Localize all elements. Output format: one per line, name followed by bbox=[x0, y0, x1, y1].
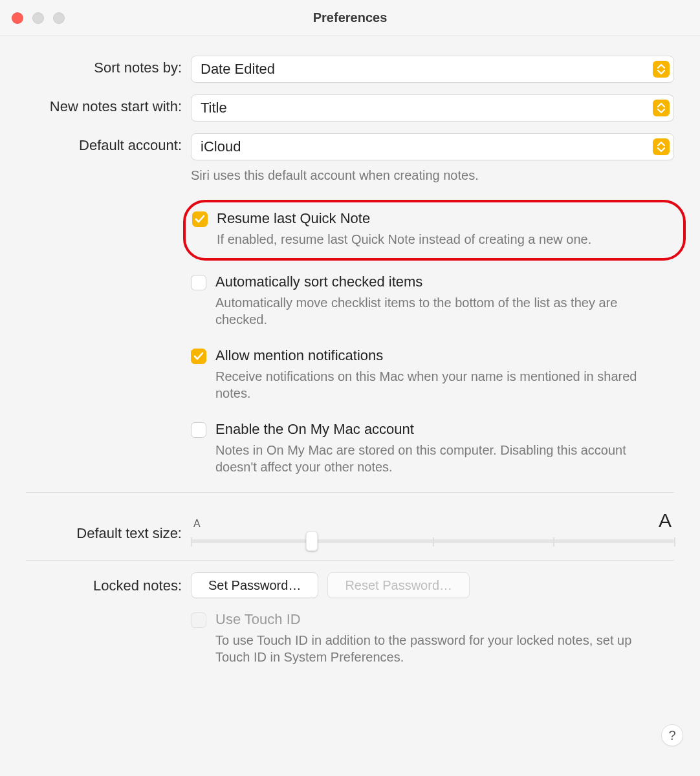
label-locked-notes: Locked notes: bbox=[26, 572, 191, 594]
checkbox-use-touch-id bbox=[191, 612, 206, 628]
select-default-account-value: iCloud bbox=[201, 138, 241, 155]
reset-password-button-label: Reset Password… bbox=[345, 578, 452, 593]
help-button[interactable]: ? bbox=[661, 724, 683, 746]
text-size-marker-small: A bbox=[193, 518, 201, 530]
titlebar: Preferences bbox=[0, 0, 700, 36]
set-password-button[interactable]: Set Password… bbox=[191, 572, 318, 598]
window-title: Preferences bbox=[0, 10, 700, 25]
select-default-account[interactable]: iCloud bbox=[191, 133, 674, 160]
zoom-button bbox=[53, 12, 65, 24]
text-size-marker-large: A bbox=[659, 510, 672, 532]
close-button[interactable] bbox=[12, 12, 23, 24]
default-account-hint: Siri uses this default account when crea… bbox=[191, 167, 674, 184]
label-default-text-size: Default text size: bbox=[26, 506, 191, 542]
traffic-lights bbox=[12, 12, 65, 24]
label-use-touch-id: Use Touch ID bbox=[215, 611, 301, 628]
highlight-annotation: Resume last Quick Note If enabled, resum… bbox=[183, 200, 686, 261]
text-size-slider-thumb[interactable] bbox=[306, 532, 318, 551]
label-allow-mentions: Allow mention notifications bbox=[215, 347, 383, 364]
divider bbox=[26, 560, 674, 561]
desc-allow-mentions: Receive notifications on this Mac when y… bbox=[215, 368, 655, 402]
select-sort-notes-by-value: Date Edited bbox=[201, 61, 275, 78]
desc-use-touch-id: To use Touch ID in addition to the passw… bbox=[215, 632, 655, 665]
label-auto-sort-checked: Automatically sort checked items bbox=[215, 274, 422, 290]
updown-icon bbox=[653, 61, 670, 78]
desc-on-my-mac: Notes in On My Mac are stored on this co… bbox=[215, 442, 655, 475]
checkbox-on-my-mac[interactable] bbox=[191, 422, 206, 438]
select-new-notes-start-with-value: Title bbox=[201, 100, 227, 116]
label-sort-notes-by: Sort notes by: bbox=[26, 56, 191, 76]
label-resume-quick-note: Resume last Quick Note bbox=[217, 210, 370, 227]
checkbox-allow-mentions[interactable] bbox=[191, 349, 206, 364]
label-default-account: Default account: bbox=[26, 133, 191, 154]
checkbox-resume-quick-note[interactable] bbox=[192, 211, 208, 227]
select-sort-notes-by[interactable]: Date Edited bbox=[191, 56, 674, 83]
help-icon: ? bbox=[668, 728, 675, 743]
updown-icon bbox=[653, 100, 670, 116]
select-new-notes-start-with[interactable]: Title bbox=[191, 94, 674, 122]
desc-auto-sort-checked: Automatically move checklist items to th… bbox=[215, 294, 655, 328]
reset-password-button: Reset Password… bbox=[327, 572, 470, 598]
checkbox-auto-sort-checked[interactable] bbox=[191, 275, 206, 290]
label-new-notes-start-with: New notes start with: bbox=[26, 94, 191, 115]
updown-icon bbox=[653, 138, 670, 155]
divider bbox=[26, 492, 674, 493]
minimize-button bbox=[32, 12, 44, 24]
label-on-my-mac: Enable the On My Mac account bbox=[215, 421, 414, 438]
text-size-slider[interactable] bbox=[191, 539, 674, 543]
desc-resume-quick-note: If enabled, resume last Quick Note inste… bbox=[217, 231, 668, 248]
set-password-button-label: Set Password… bbox=[208, 578, 301, 593]
